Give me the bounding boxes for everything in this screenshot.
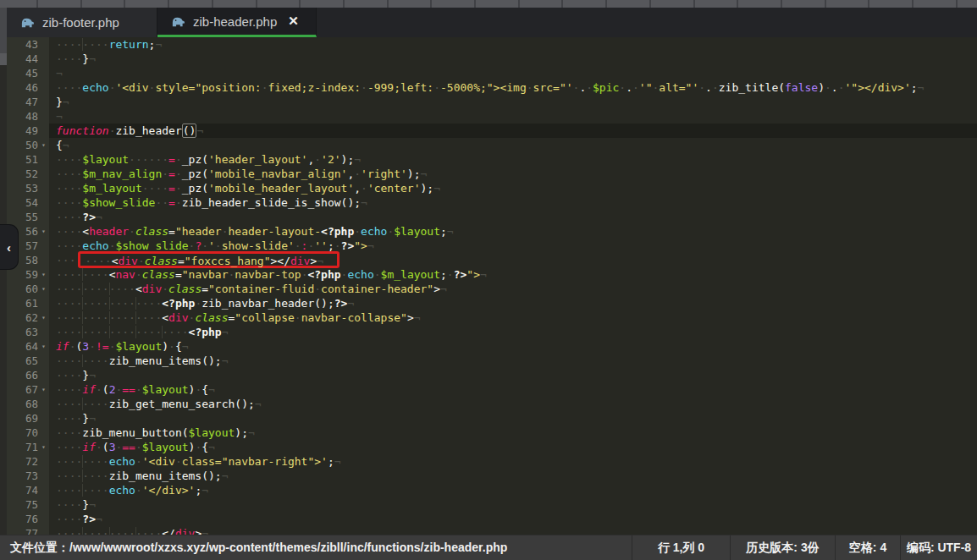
file-location-path: /www/wwwroot/xzxs.xyz/wp-content/themes/… — [69, 541, 507, 554]
code-token: $m_layout — [381, 268, 440, 281]
gutter: 60▾ — [7, 282, 49, 296]
gutter: 52 — [7, 167, 49, 181]
line-number: 73 — [7, 469, 38, 483]
history-versions: 历史版本: 3份 — [730, 535, 835, 560]
close-tab-icon[interactable]: ✕ — [288, 14, 299, 29]
indent-whitespace: ···· — [56, 38, 82, 51]
indent-whitespace: ···· — [56, 398, 82, 410]
code-line-68: 68········zib_get_menu_search();¬ — [7, 397, 977, 411]
code-token: = — [168, 196, 175, 209]
editor-window: zib-footer.php zib-header.php ✕ 43······… — [0, 0, 977, 560]
fold-arrow-icon[interactable]: ▾ — [38, 339, 49, 354]
fold-arrow-icon[interactable]: ▾ — [38, 382, 49, 397]
indent-whitespace: ···· — [56, 455, 82, 468]
code-token: '2' — [321, 153, 340, 166]
code-line-55: 55····?>¬ — [7, 210, 977, 224]
fold-arrow-icon[interactable]: ▾ — [38, 224, 49, 239]
fold-arrow-icon[interactable]: ▾ — [38, 138, 49, 152]
code-token: · — [135, 268, 142, 281]
tab-zib-footer[interactable]: zib-footer.php — [7, 8, 157, 37]
code-token: $layout — [82, 153, 129, 166]
code-token: 'mobile_navbar_align' — [208, 167, 347, 180]
code-token: · — [135, 441, 142, 453]
code-content: ····if·(3·==·$layout)·{¬ — [49, 440, 977, 454]
eol-marker: ¬ — [440, 283, 447, 295]
fold-arrow-icon[interactable]: ▾ — [38, 282, 49, 296]
code-content: ············<div·class="container-fluid·… — [49, 282, 977, 296]
indent-whitespace: ···· — [135, 297, 162, 310]
fold-spacer — [38, 397, 49, 411]
indent-whitespace: ···· — [56, 167, 82, 180]
eol-marker: ¬ — [89, 52, 96, 65]
line-number: 43 — [7, 37, 38, 52]
line-number: 67 — [7, 382, 38, 397]
code-token: "navbar·navbar-top· — [182, 268, 308, 281]
gutter: 45 — [7, 66, 49, 80]
indent-whitespace: ···· — [56, 498, 82, 511]
code-token: echo — [109, 455, 135, 468]
code-content: ········<nav·class="navbar·navbar-top·<?… — [49, 267, 977, 282]
code-token: echo — [82, 81, 108, 94]
eol-marker: ¬ — [89, 412, 96, 425]
code-token: ;· — [328, 239, 341, 252]
fold-spacer — [38, 109, 49, 124]
fold-arrow-icon[interactable]: ▾ — [38, 310, 49, 325]
code-token: 'header_layout' — [208, 153, 307, 166]
code-token: <?php — [162, 297, 195, 310]
eol-marker: ¬ — [447, 225, 454, 238]
indent-spaces: 空格: 4 — [835, 535, 900, 560]
code-content: {¬ — [49, 138, 977, 152]
fold-spacer — [38, 325, 49, 339]
line-number: 51 — [7, 152, 38, 167]
sidebar-collapse-handle[interactable]: ‹ — [0, 225, 18, 269]
code-line-71: 71▾····if·(3·==·$layout)·{¬ — [7, 440, 977, 454]
fold-arrow-icon[interactable]: ▾ — [38, 267, 49, 282]
line-number: 47 — [7, 95, 38, 109]
line-number: 72 — [7, 454, 38, 469]
line-number: 44 — [7, 52, 38, 66]
code-content: ········<div·class="foxccs_hang"></div>¬ — [49, 253, 977, 267]
code-token: ?> — [341, 239, 355, 252]
indent-whitespace: ···· — [56, 441, 82, 453]
eol-marker: ¬ — [433, 182, 440, 195]
code-token: · — [295, 239, 301, 252]
code-token: div — [142, 283, 162, 295]
indent-whitespace: ···· — [56, 469, 82, 482]
code-line-44: 44····}¬ — [7, 52, 977, 66]
code-content: ····}¬ — [49, 497, 977, 512]
tab-label: zib-footer.php — [42, 15, 119, 30]
eol-marker: ¬ — [334, 455, 341, 468]
code-editor-area[interactable]: 43········return;¬44····}¬45¬46····echo·… — [7, 37, 977, 560]
code-content: ¬ — [49, 109, 977, 124]
gutter: 70 — [7, 425, 49, 440]
line-number: 55 — [7, 210, 38, 224]
code-token: ·_pz( — [175, 182, 208, 195]
fold-spacer — [38, 239, 49, 253]
left-scrollbar-thumb[interactable] — [0, 53, 7, 65]
fold-spacer — [38, 95, 49, 109]
fold-spacer — [38, 483, 49, 497]
code-token: $m_layout — [82, 182, 141, 195]
code-token: · — [354, 225, 361, 238]
fold-spacer — [38, 167, 49, 181]
fold-arrow-icon[interactable]: ▾ — [38, 440, 49, 454]
gutter: 59▾ — [7, 267, 49, 282]
code-token: ); — [421, 182, 434, 195]
fold-spacer — [38, 52, 49, 66]
code-line-49: 49function·zib_header()¬ — [7, 124, 977, 138]
annotation-box: ····<div·class="foxccs_hang"></div>¬ — [78, 251, 339, 268]
eol-marker: ¬ — [96, 513, 102, 525]
line-number: 62 — [7, 310, 38, 325]
gutter: 71▾ — [7, 440, 49, 454]
eol-marker: ¬ — [414, 311, 421, 324]
fold-spacer — [38, 181, 49, 195]
code-content: ········echo·'</div>';¬ — [49, 483, 977, 497]
eol-marker: ¬ — [208, 383, 215, 396]
code-content: ····echo·'<div·style="position:·fixed;z-… — [49, 80, 977, 95]
indent-whitespace: ···· — [82, 297, 108, 310]
code-token: function — [56, 124, 109, 137]
code-token: "foxccs_hang" — [185, 255, 271, 267]
tab-zib-header[interactable]: zib-header.php ✕ — [157, 8, 317, 37]
indent-whitespace: ···· — [82, 469, 108, 482]
code-token: = — [175, 268, 182, 281]
